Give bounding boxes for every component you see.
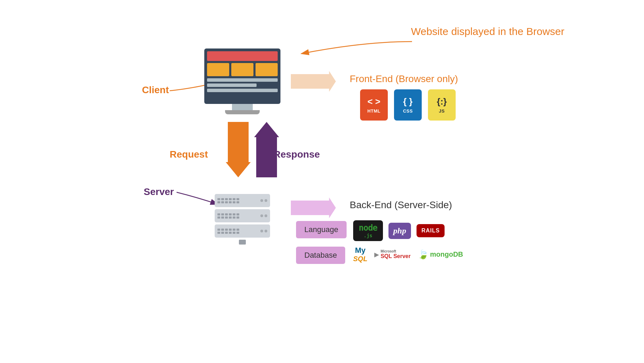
website-browser-label: Website displayed in the Browser xyxy=(411,26,564,37)
css-badge: { } CSS xyxy=(394,89,422,121)
sqlserver-logo: ▶ Microsoft SQL Server xyxy=(374,249,411,259)
frontend-tech-icons: < > HTML { } CSS {:} JS xyxy=(360,89,456,121)
mongodb-logo: 🍃 mongoDB xyxy=(418,249,463,260)
response-label: Response xyxy=(274,149,320,160)
nodejs-logo: node .js xyxy=(353,220,383,241)
frontend-arrow xyxy=(291,71,336,92)
request-response-arrows xyxy=(228,122,277,177)
mysql-logo: My SQL xyxy=(353,246,367,263)
language-badge: Language xyxy=(296,221,347,238)
server-label: Server xyxy=(144,186,174,197)
html-badge: < > HTML xyxy=(360,89,388,121)
php-logo: php xyxy=(388,223,411,239)
database-badge: Database xyxy=(296,247,345,264)
annotation-lines xyxy=(0,0,644,363)
server-illustration xyxy=(215,194,270,245)
diagram-container: Website displayed in the Browser Client … xyxy=(0,0,644,363)
backend-label: Back-End (Server-Side) xyxy=(350,200,452,211)
language-logos: node .js php RAILS xyxy=(353,220,445,241)
request-arrow xyxy=(228,122,249,177)
client-label: Client xyxy=(142,85,169,96)
database-logos: My SQL ▶ Microsoft SQL Server 🍃 mongoDB xyxy=(353,246,463,263)
request-label: Request xyxy=(170,149,208,160)
rails-logo: RAILS xyxy=(417,224,445,237)
frontend-label: Front-End (Browser only) xyxy=(350,73,458,85)
js-badge: {:} JS xyxy=(428,89,456,121)
backend-arrow xyxy=(291,197,336,218)
monitor-illustration xyxy=(204,48,280,114)
